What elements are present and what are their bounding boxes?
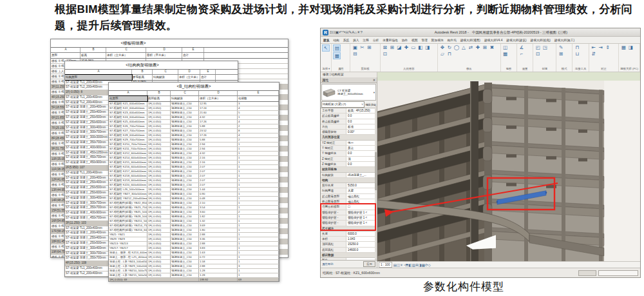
apply-button[interactable]: 应用 — [363, 261, 375, 267]
tool-icon[interactable]: ▦ — [502, 51, 509, 57]
tool-icon[interactable]: ⊓ — [574, 44, 580, 50]
tool-icon[interactable]: ✂ — [359, 44, 365, 50]
tool-icon[interactable]: ◨ — [627, 44, 634, 50]
tool-icon[interactable]: ◳ — [542, 44, 548, 50]
tool-icon[interactable]: ⇥ — [598, 44, 604, 50]
filter-widget[interactable] — [598, 270, 638, 276]
property-value[interactable]: 5150.0 — [346, 183, 377, 188]
property-value[interactable]: 统一 — [346, 141, 377, 145]
property-value[interactable]: 钢筋保护层 1 < — [346, 221, 377, 225]
type-selector[interactable]: 结构框架 (大梁) (7) ∨ — [321, 101, 365, 108]
tool-icon[interactable]: ◯ — [453, 44, 460, 50]
property-value[interactable]: 钢筋保护层 1 < — [346, 215, 377, 220]
tool-icon[interactable]: ↻ — [446, 44, 453, 50]
tool-icon[interactable]: ∡ — [518, 44, 525, 50]
ribbon-tab[interactable]: 建模大师(机电) — [531, 37, 551, 43]
property-section[interactable]: 结构 — [321, 178, 377, 183]
tool-icon[interactable]: ◫ — [502, 44, 509, 50]
property-section[interactable]: 几何图形位置 — [321, 135, 377, 140]
property-value[interactable]: 标准 — [346, 124, 377, 129]
help-icon[interactable]: ? — [360, 30, 362, 34]
tool-icon[interactable]: ✎ — [558, 44, 564, 50]
property-value[interactable]: 标高 : 4F(15.250) — [346, 108, 377, 113]
tool-icon[interactable]: ◰ — [535, 44, 541, 50]
property-value[interactable]: 端点高程 — [346, 199, 377, 204]
tool-icon[interactable]: ⊡ — [535, 51, 541, 57]
ribbon-tab[interactable]: 视图 — [412, 37, 417, 43]
property-value[interactable]: 顶 — [346, 157, 377, 161]
ribbon-tab[interactable]: 建模大师(施工) — [554, 37, 574, 43]
property-value[interactable]: 0.0 — [346, 151, 377, 155]
tool-icon[interactable]: ⊞ — [389, 44, 395, 50]
ribbon-tab[interactable]: 建模大师V4.4 — [484, 37, 502, 43]
tool-icon[interactable]: ↖ — [322, 44, 330, 52]
property-value[interactable]: 原点 — [346, 146, 377, 150]
property-value[interactable]: 端点高程 — [346, 194, 377, 199]
tool-icon[interactable]: ▱ — [439, 51, 446, 57]
property-value[interactable]: 15250.0 — [346, 242, 377, 246]
tool-icon[interactable]: ▦ — [620, 44, 627, 50]
ribbon-tab[interactable]: 附加模块 — [431, 37, 444, 43]
property-value[interactable]: 现浇混凝土_... — [346, 173, 377, 177]
tool-icon[interactable]: ✥ — [439, 44, 446, 50]
ribbon-tab[interactable]: 构件坞 — [448, 37, 457, 43]
property-value[interactable]: 14600.0 — [346, 248, 377, 252]
property-section[interactable]: 标识数据 — [321, 253, 377, 258]
ribbon-tab[interactable]: 结构 — [333, 37, 339, 43]
ribbon-tab[interactable]: 注释 — [363, 37, 369, 43]
tool-icon[interactable]: ▭ — [410, 44, 417, 50]
property-value[interactable]: 6000.0 — [346, 232, 377, 236]
property-section[interactable]: 材质和装饰 — [321, 167, 377, 172]
property-value[interactable]: ☐ — [346, 204, 377, 209]
tool-icon[interactable]: ⊞ — [558, 51, 564, 57]
tool-icon[interactable]: ⊠ — [382, 44, 388, 50]
tool-icon[interactable]: ▤ — [333, 44, 341, 52]
ribbon-tab[interactable]: 系统 — [343, 37, 349, 43]
property-value[interactable]: 钢筋保护层 1 < — [346, 210, 377, 215]
worksets-widget[interactable] — [578, 270, 596, 276]
property-value[interactable]: 1.043 — [346, 237, 377, 241]
property-section[interactable]: 尺寸标注 — [321, 226, 377, 232]
tool-icon[interactable]: ⊡ — [382, 51, 388, 57]
tool-icon[interactable]: ✚ — [403, 44, 410, 50]
tool-icon[interactable]: ✚ — [475, 44, 481, 50]
3d-view-canvas[interactable]: 1 : 100 ▤◫☀◔⬒◧▥⊞◨▦⟳◇ — [377, 77, 640, 268]
tool-icon[interactable]: ⊔ — [574, 51, 580, 57]
ribbon-tab[interactable]: 管理 — [421, 37, 427, 43]
tool-icon[interactable]: ⇕ — [605, 44, 611, 50]
tool-icon[interactable]: ⇤ — [591, 44, 597, 50]
ribbon-tab[interactable]: 建模大师(通用) — [460, 37, 480, 43]
tool-icon[interactable]: ⊟ — [352, 51, 358, 57]
ribbon-tab[interactable]: 插入 — [353, 37, 359, 43]
tool-icon[interactable]: ◪ — [396, 44, 402, 50]
tool-icon[interactable]: ⌐ — [518, 51, 525, 57]
tool-icon[interactable]: ⇄ — [468, 44, 474, 50]
tool-icon[interactable]: ⇵ — [591, 51, 597, 57]
property-value[interactable]: 0.0 — [346, 113, 377, 118]
ribbon-tab[interactable]: 分析 — [373, 37, 379, 43]
tool-icon[interactable]: ▦ — [333, 52, 341, 59]
property-value[interactable]: 大梁 — [346, 188, 377, 193]
ribbon-tab[interactable]: 建模大师(建筑) — [506, 37, 526, 43]
tool-icon[interactable]: ⊞ — [366, 44, 372, 50]
tool-icon[interactable]: ◨ — [424, 44, 431, 50]
property-value[interactable]: 0.0 — [346, 119, 377, 124]
property-value[interactable]: 0.00° — [346, 130, 377, 134]
type-preview[interactable]: CT 矩形梁 混凝土_300x650mm ▾ — [321, 84, 376, 101]
revit-logo-icon[interactable]: R — [323, 30, 328, 35]
view-control-icon[interactable]: ◇ — [428, 263, 431, 267]
tool-icon[interactable]: ▣ — [352, 44, 358, 50]
scrollbar[interactable] — [375, 106, 377, 260]
ribbon-tab[interactable]: 体量和场地 — [383, 37, 397, 43]
ribbon-tab[interactable]: 建筑 — [323, 37, 329, 43]
ribbon-tab[interactable]: 协作 — [402, 37, 408, 43]
tool-icon[interactable]: ◧ — [417, 44, 424, 50]
properties-help-link[interactable]: 属性帮助 — [322, 262, 334, 266]
tool-icon[interactable]: △ — [460, 44, 467, 50]
close-icon[interactable]: ✕ — [373, 77, 375, 83]
property-value[interactable]: 0.0 — [346, 162, 377, 166]
tool-icon[interactable]: ✖ — [489, 44, 495, 50]
scale-button[interactable]: 1 : 100 — [379, 262, 392, 268]
tool-icon[interactable]: ⊓ — [446, 51, 453, 57]
tool-icon[interactable]: ⊞ — [482, 44, 488, 50]
